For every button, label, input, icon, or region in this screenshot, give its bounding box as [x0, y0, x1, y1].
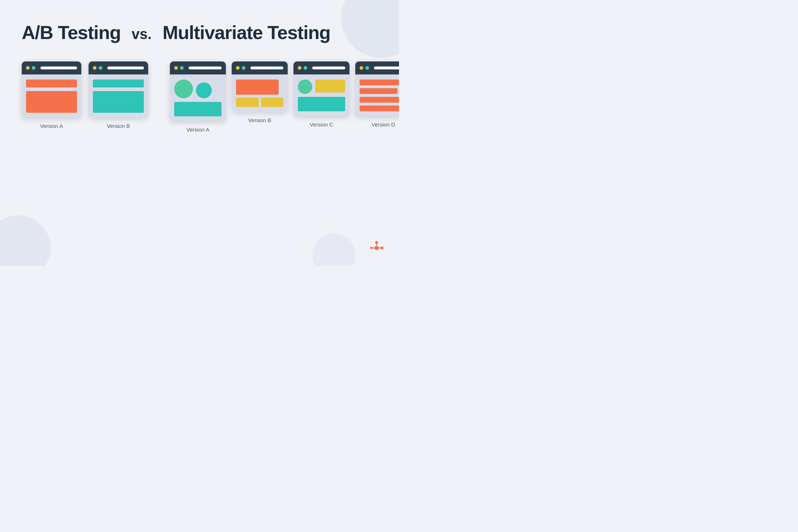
- browser-body-mv-d: [355, 74, 399, 116]
- browser-mv-b: [232, 61, 288, 112]
- dot-green-ab-a: [32, 66, 35, 70]
- address-bar-mv-b: [250, 66, 283, 69]
- versions-row: Version A Version B: [22, 61, 377, 133]
- rect-yellow-1-mv-b: [236, 98, 259, 107]
- browser-body-ab-b: [89, 74, 148, 118]
- mv-version-b: Version B: [232, 61, 288, 133]
- dot-yellow-ab-b: [93, 66, 96, 70]
- svg-point-2: [381, 246, 383, 249]
- blob-bottom-left: [0, 215, 51, 266]
- dot-green-ab-b: [99, 66, 102, 70]
- ab-testing-section: Version A Version B: [22, 61, 148, 129]
- dot-yellow-mv-c: [298, 66, 301, 70]
- multivariate-title: Multivariate Testing: [163, 22, 330, 43]
- browser-bar-mv-c: [293, 61, 349, 74]
- mv-version-a-label: Version A: [186, 126, 209, 133]
- rect-orange-mv-b: [236, 80, 279, 95]
- bar-wide-mv-d: [360, 80, 399, 85]
- ab-version-a-label: Version A: [40, 123, 63, 129]
- hubspot-logo: [369, 240, 385, 256]
- main-content: A/B Testing vs. Multivariate Testing: [0, 0, 399, 147]
- rect-yellow-2-mv-b: [261, 98, 284, 107]
- rect-teal-mv-c: [298, 97, 345, 111]
- mv-version-c: Version C: [293, 61, 349, 133]
- dot-green-mv-a: [180, 66, 184, 70]
- browser-bar-mv-d: [355, 61, 399, 74]
- rect-orange-wide-a: [26, 80, 77, 87]
- circle-small-mv-a: [196, 82, 212, 98]
- dot-yellow-mv-b: [236, 66, 240, 70]
- browser-bar-ab-b: [89, 61, 148, 74]
- browser-body-mv-c: [293, 74, 349, 116]
- mv-version-d: Version D: [355, 61, 399, 133]
- rect-orange-tall-a: [26, 91, 77, 113]
- dot-yellow-mv-d: [360, 66, 363, 70]
- dot-green-mv-b: [242, 66, 245, 70]
- browser-body-mv-b: [232, 74, 288, 112]
- browser-bar-mv-b: [232, 61, 288, 74]
- mv-version-c-label: Version C: [310, 121, 333, 128]
- ab-version-b: Version B: [89, 61, 148, 129]
- mv-version-b-label: Version B: [248, 117, 271, 123]
- svg-rect-5: [372, 248, 374, 249]
- browser-body-mv-a: [170, 74, 226, 121]
- mv-testing-section: Version A: [170, 61, 399, 133]
- address-bar-ab-a: [40, 66, 77, 69]
- browser-mv-c: [293, 61, 349, 116]
- rect-teal-bottom-mv-a: [174, 102, 222, 116]
- rect-teal-wide-b: [93, 80, 144, 87]
- dot-yellow-mv-a: [174, 66, 178, 70]
- blob-bottom-right: [312, 233, 356, 266]
- dot-green-mv-c: [304, 66, 307, 70]
- mv-version-a: Version A: [170, 61, 226, 133]
- browser-mv-d: [355, 61, 399, 116]
- browser-body-ab-a: [22, 74, 81, 118]
- grid-row-mv-b: [236, 98, 283, 107]
- title-row: A/B Testing vs. Multivariate Testing: [22, 22, 377, 43]
- browser-bar-mv-a: [170, 61, 226, 74]
- address-bar-mv-a: [189, 66, 222, 69]
- ab-version-b-label: Version B: [107, 123, 130, 129]
- bar-medium-mv-d: [360, 88, 398, 94]
- address-bar-mv-d: [374, 66, 399, 69]
- ab-testing-title: A/B Testing: [22, 22, 121, 43]
- svg-point-4: [375, 241, 378, 244]
- svg-point-6: [370, 247, 372, 249]
- top-row-mv-c: [298, 80, 345, 94]
- svg-point-0: [374, 246, 379, 250]
- rect-teal-tall-b: [93, 91, 144, 113]
- browser-bar-ab-a: [22, 61, 81, 74]
- ab-version-a: Version A: [22, 61, 81, 129]
- address-bar-mv-c: [312, 66, 345, 69]
- mv-version-d-label: Version D: [372, 121, 395, 128]
- browser-mv-a: [170, 61, 226, 121]
- address-bar-ab-b: [107, 66, 144, 69]
- dot-green-mv-d: [365, 66, 369, 70]
- browser-ab-b: [89, 61, 148, 118]
- vs-label: vs.: [132, 26, 152, 42]
- bar-wide2-mv-d: [360, 106, 399, 111]
- circle-mv-c: [298, 80, 312, 94]
- bar-short-mv-d: [360, 97, 399, 103]
- circle-large-mv-a: [174, 80, 193, 98]
- circles-row-mv-a: [174, 80, 212, 98]
- browser-ab-a: [22, 61, 81, 118]
- dot-yellow-ab-a: [26, 66, 30, 70]
- rect-yellow-mv-c: [315, 80, 345, 93]
